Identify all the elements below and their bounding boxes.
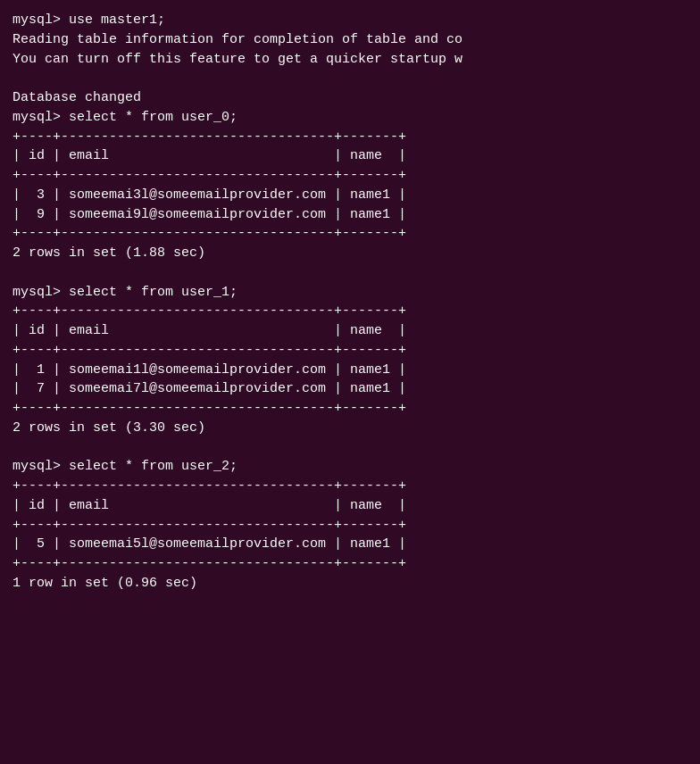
terminal-output: mysql> use master1; Reading table inform… [12, 11, 688, 594]
terminal-window: mysql> use master1; Reading table inform… [12, 11, 688, 594]
